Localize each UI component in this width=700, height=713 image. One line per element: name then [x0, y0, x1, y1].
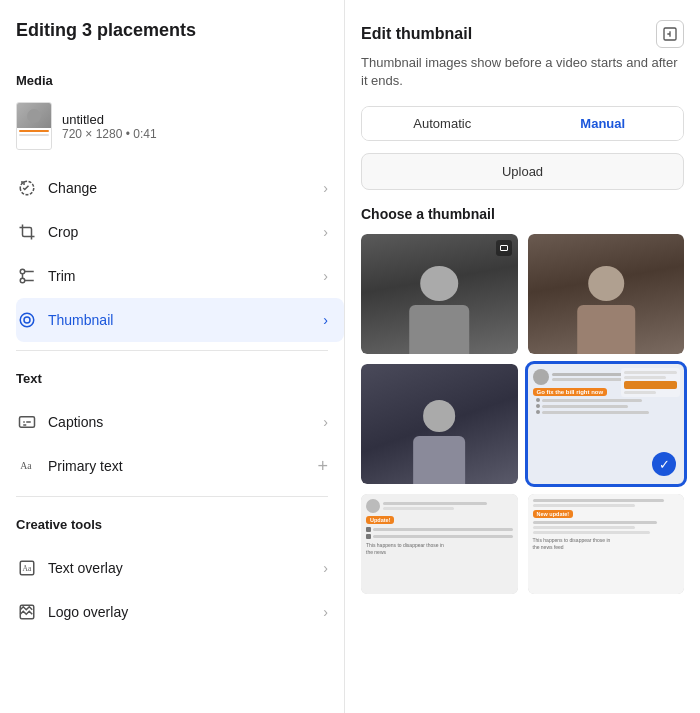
thumb-img-1	[361, 234, 518, 354]
creative-section-title: Creative tools	[16, 517, 344, 532]
bullet-row-4b	[536, 404, 680, 408]
ui-lines-5	[383, 502, 513, 510]
menu-item-thumbnail[interactable]: Thumbnail ›	[16, 298, 344, 342]
thumb-line-gray	[19, 134, 49, 136]
logo-overlay-icon	[16, 601, 38, 623]
change-icon	[16, 177, 38, 199]
thumbnail-option-2[interactable]	[528, 234, 685, 354]
sub-content-5	[366, 527, 513, 539]
right-panel: Edit thumbnail Thumbnail images show bef…	[345, 0, 700, 713]
svg-point-0	[20, 278, 25, 283]
crop-label: Crop	[48, 224, 323, 240]
thumb-img-6: New update! This happens to disappear th…	[528, 494, 685, 594]
bullet-4a	[536, 398, 540, 402]
media-name: untitled	[62, 112, 157, 127]
text-overlay-icon: Aa	[16, 557, 38, 579]
trim-label: Trim	[48, 268, 323, 284]
media-text-info: untitled 720 × 1280 • 0:41	[62, 112, 157, 141]
small-avatar-5	[366, 499, 380, 513]
line-6a	[533, 499, 665, 502]
thumb-head	[27, 109, 41, 123]
sub-content-6	[533, 521, 680, 534]
media-menu: Change › Crop ›	[16, 166, 344, 342]
tab-manual[interactable]: Manual	[523, 107, 684, 140]
bullet-line-4c	[542, 411, 650, 414]
text-overlay-chevron: ›	[323, 560, 328, 576]
media-thumbnail-preview	[16, 102, 52, 150]
person-2	[551, 258, 661, 354]
svg-text:Aa: Aa	[20, 460, 32, 471]
thumbnail-chevron: ›	[323, 312, 328, 328]
thumb-corner-1	[496, 240, 512, 256]
thumb-img-5: Update! This happens to disappear	[361, 494, 518, 594]
captions-icon	[16, 411, 38, 433]
right-subtitle: Thumbnail images show before a video sta…	[361, 54, 684, 90]
media-info: untitled 720 × 1280 • 0:41	[16, 102, 344, 150]
upload-button[interactable]: Upload	[361, 153, 684, 190]
thumb-img-3	[361, 364, 518, 484]
menu-item-change[interactable]: Change ›	[16, 166, 344, 210]
sub-content-4	[536, 398, 680, 414]
thumbnail-option-4[interactable]: Go fix the bill right now	[528, 364, 685, 484]
check-row-5a	[366, 527, 513, 532]
check-5b	[366, 534, 371, 539]
menu-item-crop[interactable]: Crop ›	[16, 210, 344, 254]
bullet-4b	[536, 404, 540, 408]
svg-point-2	[20, 313, 34, 327]
check-5a	[366, 527, 371, 532]
info-icon-button[interactable]	[656, 20, 684, 48]
ui-header-5	[366, 499, 513, 513]
text-menu: Captions › Aa Primary text +	[16, 400, 344, 488]
check-line-5a	[373, 528, 513, 531]
head-1	[420, 266, 458, 300]
divider-1	[16, 350, 328, 351]
thumb-line-orange	[19, 130, 49, 132]
bullet-row-4c	[536, 410, 680, 414]
bullet-line-4b	[542, 405, 628, 408]
rc-line-2	[624, 376, 667, 379]
thumbnail-icon	[16, 309, 38, 331]
crop-chevron: ›	[323, 224, 328, 240]
thumbnail-option-5[interactable]: Update! This happens to disappear	[361, 494, 518, 594]
person-3	[388, 394, 490, 484]
svg-point-3	[24, 317, 30, 323]
menu-item-primary-text[interactable]: Aa Primary text +	[16, 444, 344, 488]
logo-overlay-chevron: ›	[323, 604, 328, 620]
captions-chevron: ›	[323, 414, 328, 430]
menu-item-captions[interactable]: Captions ›	[16, 400, 344, 444]
video-icon-1	[500, 245, 508, 251]
rc-orange	[624, 381, 677, 389]
bullet-row-4a	[536, 398, 680, 402]
menu-item-trim[interactable]: Trim ›	[16, 254, 344, 298]
svg-point-1	[20, 269, 25, 274]
thumbnail-option-6[interactable]: New update! This happens to disappear th…	[528, 494, 685, 594]
menu-item-text-overlay[interactable]: Aa Text overlay ›	[16, 546, 344, 590]
media-meta: 720 × 1280 • 0:41	[62, 127, 157, 141]
head-3	[423, 400, 455, 431]
right-header: Edit thumbnail	[361, 20, 684, 48]
bullet-4c	[536, 410, 540, 414]
thumbnail-grid: Go fix the bill right now	[361, 234, 684, 594]
primary-text-icon: Aa	[16, 455, 38, 477]
right-title: Edit thumbnail	[361, 25, 472, 43]
orange-pill-5: Update!	[366, 516, 394, 524]
body-2	[577, 305, 635, 355]
captions-label: Captions	[48, 414, 323, 430]
line-4b	[552, 378, 622, 381]
orange-pill-6: New update!	[533, 510, 574, 518]
thumbnail-tab-group: Automatic Manual	[361, 106, 684, 141]
head-2	[588, 266, 624, 300]
trim-chevron: ›	[323, 268, 328, 284]
crop-icon	[16, 221, 38, 243]
divider-2	[16, 496, 328, 497]
sub-line-6c	[533, 531, 650, 534]
thumb-img-2	[528, 234, 685, 354]
tab-automatic[interactable]: Automatic	[362, 107, 523, 140]
thumbnail-option-1[interactable]	[361, 234, 518, 354]
body-3	[413, 436, 465, 485]
small-text-6: This happens to disappear those inthe ne…	[533, 537, 680, 551]
thumbnail-option-3[interactable]	[361, 364, 518, 484]
bullet-line-4a	[542, 399, 642, 402]
menu-item-logo-overlay[interactable]: Logo overlay ›	[16, 590, 344, 634]
text-overlay-label: Text overlay	[48, 560, 323, 576]
